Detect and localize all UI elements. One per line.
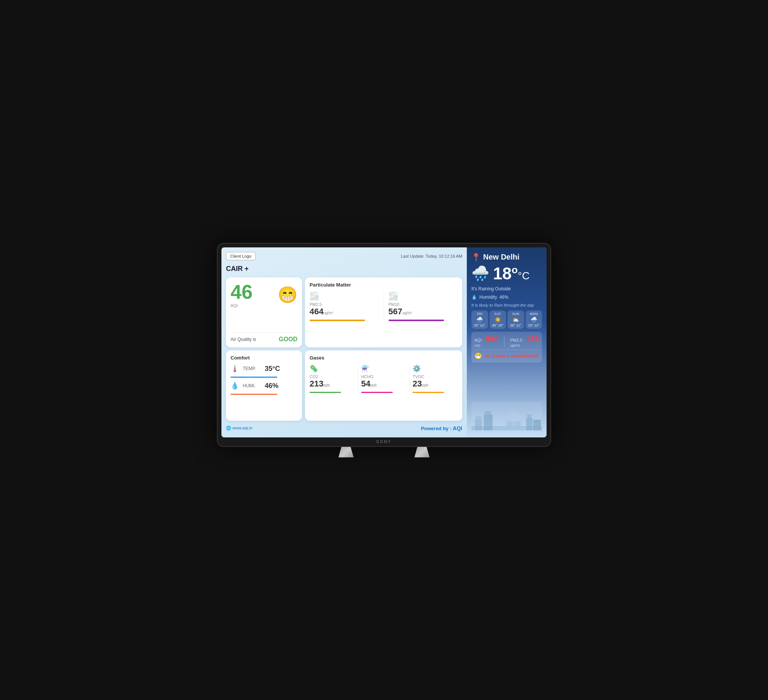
cards-row-2: Comfort 🌡️ TEMP. 35°C 💧 HUMI. — [226, 350, 462, 421]
pm10-bar — [389, 320, 444, 321]
client-logo: Client Logo — [226, 252, 256, 260]
humidity-value-weather: 46% — [499, 295, 509, 300]
hazard-status-text: Air Quality is HAZARDOUS — [484, 354, 538, 358]
last-update-value: Today, 10:12:16 AM — [426, 254, 462, 258]
tv-stand — [217, 447, 551, 458]
forecast-day-fri: FRI — [473, 312, 486, 316]
last-update-label: Last Update: — [401, 254, 424, 258]
last-update: Last Update: Today, 10:12:16 AM — [401, 254, 462, 258]
aqi-hazard-block: AQI : 890 AQI — [474, 335, 498, 348]
svg-rect-17 — [471, 426, 542, 430]
temp-item: 🌡️ TEMP. 35°C — [230, 364, 298, 373]
weather-rain-icon: 🌧️ — [471, 265, 489, 282]
forecast-day-sun: SUN — [509, 312, 523, 316]
aqi-hazard-value: 890 — [486, 335, 498, 343]
svg-rect-15 — [527, 415, 531, 420]
forecast-day-mon: MON — [527, 312, 541, 316]
co2-value: 213ppb — [310, 379, 355, 389]
pm25-hazard-value: 456 — [526, 335, 539, 343]
aqi-hazard-unit: AQI — [474, 344, 498, 348]
svg-point-5 — [509, 410, 518, 420]
temp-bar — [230, 376, 277, 378]
gases-card: Gases 🦠 CO2 213ppb — [305, 350, 462, 421]
city-svg — [471, 402, 542, 430]
forecast-icon-sun: ⛅ — [509, 317, 523, 323]
particulate-matter-card: Particulate Matter 🌫️ PM2.5 464ug/m³ — [305, 277, 462, 348]
temp-label: TEMP. — [243, 366, 262, 371]
thermometer-icon: 🌡️ — [230, 364, 240, 373]
pm-grid: 🌫️ PM2.5 464ug/m³ 🌫️ PM10 — [310, 292, 458, 321]
air-quality-status: GOOD — [279, 336, 298, 343]
pm25-name: PM2.5 — [310, 302, 379, 307]
weather-description: It's Raining Outside — [471, 286, 542, 292]
comfort-title: Comfort — [230, 355, 298, 360]
pm25-item: 🌫️ PM2.5 464ug/m³ — [310, 292, 379, 321]
tvoc-icon: ⚙️ — [413, 364, 458, 373]
forecast-fri: FRI 🌧️ 25° 11° — [471, 311, 488, 329]
rain-note: It is likely to Rain throught the day — [471, 303, 542, 308]
humidity-item: 💧 HUMI. 46% — [230, 381, 298, 390]
footer: 🌐 www.aqi.in Powered by : AQI — [226, 424, 462, 433]
pm10-icon: 🌫️ — [389, 292, 458, 301]
weather-panel: 📍 New Delhi 🌧️ 18o°C It's Raining Outsid… — [467, 247, 547, 437]
aqi-value: 46 — [230, 282, 253, 302]
svg-rect-4 — [485, 411, 491, 416]
hcho-item: ⚗️ HCHO 54ppb — [361, 364, 406, 393]
tv-screen: Client Logo Last Update: Today, 10:12:16… — [221, 247, 547, 437]
tvoc-item: ⚙️ TVOC 23ppb — [413, 364, 458, 393]
tv-stand-leg-right — [414, 447, 430, 458]
hazard-divider — [504, 336, 504, 347]
footer-powered: Powered by : AQI — [421, 425, 462, 431]
humidity-label: HUMI. — [243, 383, 262, 388]
gas-divider-1 — [358, 364, 358, 393]
cards-row-1: 46 AQI 😁 Air Quality is GOOD — [226, 277, 462, 348]
forecast-temps-fri: 25° 11° — [473, 324, 486, 327]
pm-divider — [384, 292, 384, 321]
aqi-hazard-row: AQI : 890 AQI PM2.5 : 456 ug/m3 — [474, 335, 539, 348]
location-icon: 📍 — [471, 253, 481, 262]
pm10-item: 🌫️ PM10 567ug/m³ — [389, 292, 458, 321]
tvoc-value: 23ppb — [413, 379, 458, 389]
temp-value: 35°C — [265, 365, 280, 373]
co2-item: 🦠 CO2 213ppb — [310, 364, 355, 393]
footer-website: 🌐 www.aqi.in — [226, 426, 253, 431]
pm10-name: PM10 — [389, 302, 458, 307]
humidity-icon: 💧 — [230, 381, 240, 390]
humi-bar — [230, 394, 277, 395]
svg-point-13 — [520, 415, 523, 419]
forecast-day-sat: SAT — [491, 312, 505, 316]
forecast-sat: SAT ☀️ 30° 10° — [490, 311, 506, 329]
aqi-card: 46 AQI 😁 Air Quality is GOOD — [226, 277, 302, 348]
pm25-value: 464ug/m³ — [310, 307, 379, 317]
pm-title: Particulate Matter — [310, 282, 458, 288]
forecast-temps-mon: 23° 12° — [527, 324, 541, 327]
forecast-row: FRI 🌧️ 25° 11° SAT ☀️ 30° 10° SUN ⛅ 26° … — [471, 311, 542, 329]
aqi-top: 46 AQI 😁 — [230, 282, 298, 308]
humidity-label-weather: Humidity — [479, 295, 497, 300]
pm25-hazard-label: PM2.5 : — [510, 338, 525, 343]
hcho-name: HCHO — [361, 374, 406, 379]
pm25-hazard-block: PM2.5 : 456 ug/m3 — [510, 335, 539, 348]
forecast-icon-mon: 🌧️ — [527, 317, 541, 323]
pm10-value: 567ug/m³ — [389, 307, 458, 317]
humidity-row: 💧 Humidity 46% — [471, 295, 542, 300]
aqi-emoji: 😁 — [278, 285, 298, 304]
hcho-icon: ⚗️ — [361, 364, 406, 373]
forecast-mon: MON 🌧️ 23° 12° — [526, 311, 542, 329]
humidity-icon-weather: 💧 — [471, 295, 477, 300]
hcho-value: 54ppb — [361, 379, 406, 389]
forecast-icon-fri: 🌧️ — [473, 317, 486, 323]
hazard-status-row: 😷 Air Quality is HAZARDOUS — [474, 350, 539, 359]
hazard-emoji: 😷 — [474, 352, 482, 359]
comfort-card: Comfort 🌡️ TEMP. 35°C 💧 HUMI. — [226, 350, 302, 421]
pm25-unit: ug/m³ — [323, 311, 333, 315]
gas-divider-2 — [409, 364, 410, 393]
aqi-hazard-section: AQI : 890 AQI PM2.5 : 456 ug/m3 😷 — [471, 332, 542, 362]
aqi-divider — [230, 333, 298, 333]
weather-temperature: 18o°C — [493, 265, 530, 282]
svg-rect-8 — [508, 421, 511, 426]
forecast-temps-sun: 26° 11° — [509, 324, 523, 327]
pm25-bar — [310, 320, 365, 321]
forecast-temps-sat: 30° 10° — [491, 324, 505, 327]
co2-name: CO2 — [310, 374, 355, 379]
